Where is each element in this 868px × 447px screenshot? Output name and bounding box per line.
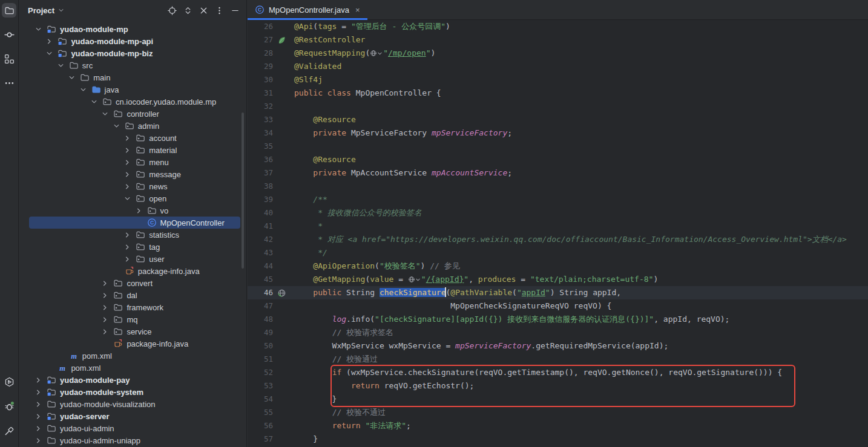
gutter[interactable]: 39 [248,193,290,206]
tree-item-account[interactable]: account [19,132,246,144]
gutter[interactable]: 31 [248,86,290,100]
code-line-43[interactable]: 43 */ [248,246,868,259]
tree-item-yudao-module-mp-api[interactable]: yudao-module-mp-api [19,35,246,47]
tree-item-yudao-server[interactable]: yudao-server [19,410,246,422]
tree-item-mpopencontroller[interactable]: CMpOpenController [19,217,246,229]
code-line-57[interactable]: 57 } [248,432,868,446]
gutter[interactable]: 45 [248,273,290,286]
tree-item-vo[interactable]: vo [19,204,246,217]
code-line-36[interactable]: 36 @Resource [248,153,868,166]
activity-project-button[interactable] [2,3,16,18]
chevron-down-icon[interactable] [111,121,122,131]
code-line-31[interactable]: 31public class MpOpenController { [248,86,868,100]
tree-item-mq[interactable]: mq [19,313,246,325]
sort-icon[interactable] [181,4,194,17]
minimize-icon[interactable] [228,4,242,17]
code-line-42[interactable]: 42 * 对应 <a href="https://developers.weix… [248,233,868,246]
tree-item-menu[interactable]: menu [19,156,246,168]
kebab-icon[interactable] [212,4,226,17]
gutter[interactable]: 33 [248,113,290,126]
tree-item-pom-xml[interactable]: mpom.xml [19,350,246,362]
code-editor[interactable]: 26@Api(tags = "管理后台 - 公众号回调")27@RestCont… [248,20,868,447]
tree-item-admin[interactable]: admin [19,120,246,132]
gutter[interactable]: 34 [248,126,290,140]
gutter[interactable]: 55 [248,406,290,419]
activity-debug-button[interactable] [2,399,16,413]
gutter[interactable]: 46 [248,286,290,299]
code-line-32[interactable]: 32 [248,100,868,113]
chevron-right-icon[interactable] [122,230,133,240]
chevron-down-icon[interactable] [33,24,44,34]
tree-item-yudao-module-mp[interactable]: yudao-module-mp [19,23,246,35]
chevron-right-icon[interactable] [122,254,133,264]
chevron-right-icon[interactable] [100,278,110,288]
tree-item-java[interactable]: java [19,83,246,96]
gutter[interactable]: 32 [248,100,290,113]
code-line-46[interactable]: 46 public String checkSignature(@PathVar… [248,286,868,299]
chevron-right-icon[interactable] [122,242,133,252]
tree-item-message[interactable]: message [19,168,246,180]
code-line-28[interactable]: 28@RequestMapping("/mp/open") [248,47,868,60]
collapse-icon[interactable] [197,4,210,17]
code-line-50[interactable]: 50 WxMpService wxMpService = mpServiceFa… [248,339,868,353]
gutter[interactable]: 57 [248,432,290,446]
tree-item-yudao-module-mp-biz[interactable]: yudao-module-mp-biz [19,47,246,59]
code-line-45[interactable]: 45 @GetMapping(value = "/{appId}", produ… [248,273,868,286]
code-line-37[interactable]: 37 private MpAccountService mpAccountSer… [248,166,868,180]
gutter[interactable]: 27 [248,33,290,47]
chevron-right-icon[interactable] [100,327,110,336]
gutter[interactable]: 52 [248,366,290,379]
code-line-54[interactable]: 54 } [248,393,868,406]
code-line-34[interactable]: 34 private MpServiceFactory mpServiceFac… [248,126,868,140]
gutter[interactable]: 53 [248,379,290,393]
gutter[interactable]: 36 [248,153,290,166]
gutter[interactable]: 49 [248,326,290,339]
gutter[interactable]: 38 [248,180,290,193]
activity-more-tool-windows-button[interactable] [2,76,16,90]
gutter[interactable]: 48 [248,313,290,326]
code-line-30[interactable]: 30@Slf4j [248,73,868,86]
code-line-52[interactable]: 52 if (wxMpService.checkSignature(reqVO.… [248,366,868,379]
chevron-right-icon[interactable] [33,399,44,409]
tree-item-news[interactable]: news [19,180,246,192]
code-line-35[interactable]: 35 [248,140,868,153]
code-line-26[interactable]: 26@Api(tags = "管理后台 - 公众号回调") [248,20,868,33]
tree-item-dal[interactable]: dal [19,289,246,301]
code-line-29[interactable]: 29@Validated [248,60,868,73]
tree-item-pom-xml[interactable]: mpom.xml [19,362,246,374]
chevron-right-icon[interactable] [44,36,54,46]
url-globe-widget-icon[interactable] [408,276,420,283]
gutter[interactable]: 41 [248,220,290,233]
project-panel-title[interactable]: Project [28,6,54,15]
url-globe-widget-icon[interactable] [370,50,382,57]
gutter[interactable]: 47 [248,299,290,313]
chevron-right-icon[interactable] [122,145,133,155]
gutter[interactable]: 28 [248,47,290,60]
chevron-right-icon[interactable] [33,375,44,385]
gutter[interactable]: 50 [248,339,290,353]
gutter[interactable]: 35 [248,140,290,153]
tree-item-yudao-ui-admin[interactable]: yudao-ui-admin [19,422,246,434]
rest-icon[interactable] [273,288,290,298]
tree-item-tag[interactable]: tag [19,241,246,253]
activity-services-button[interactable] [2,374,16,389]
chevron-right-icon[interactable] [33,387,44,397]
activity-structure-button[interactable] [2,51,16,66]
close-icon[interactable]: × [355,5,360,15]
chevron-down-icon[interactable] [58,7,65,14]
chevron-down-icon[interactable] [100,109,110,119]
gutter[interactable]: 43 [248,246,290,259]
chevron-right-icon[interactable] [122,157,133,167]
code-line-48[interactable]: 48 log.info("[checkSignature][appId({}) … [248,313,868,326]
chevron-down-icon[interactable] [122,194,133,203]
code-line-44[interactable]: 44 @ApiOperation("校验签名") // 参见 [248,259,868,273]
tree-item-yudao-module-visualization[interactable]: yudao-module-visualization [19,398,246,410]
code-line-39[interactable]: 39 /** [248,193,868,206]
gutter[interactable]: 29 [248,60,290,73]
tree-item-yudao-module-pay[interactable]: yudao-module-pay [19,374,246,386]
gutter[interactable]: 42 [248,233,290,246]
tree-item-controller[interactable]: controller [19,108,246,120]
gutter[interactable]: 26 [248,20,290,33]
gutter[interactable]: 37 [248,166,290,180]
spring-icon[interactable] [273,35,290,45]
